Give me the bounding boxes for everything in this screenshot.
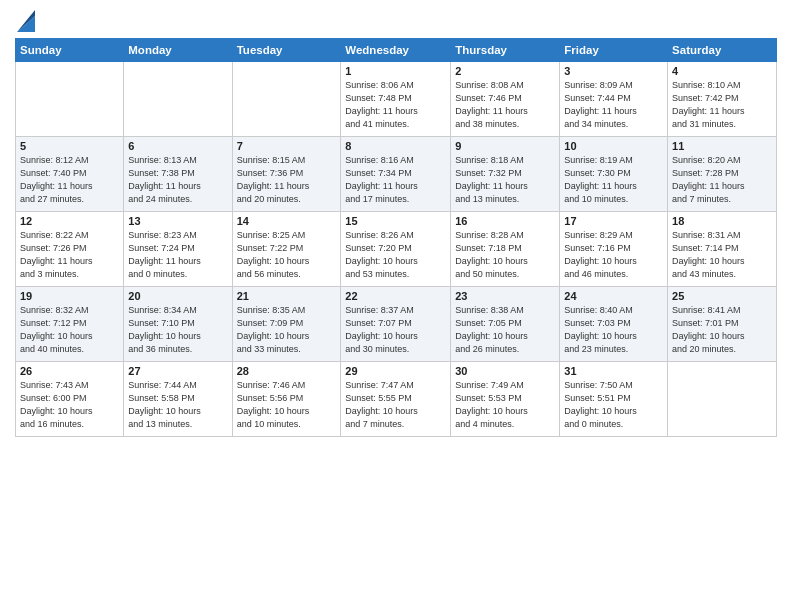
week-row-3: 12Sunrise: 8:22 AM Sunset: 7:26 PM Dayli…	[16, 212, 777, 287]
day-info: Sunrise: 8:28 AM Sunset: 7:18 PM Dayligh…	[455, 229, 555, 281]
calendar-cell	[16, 62, 124, 137]
day-info: Sunrise: 7:44 AM Sunset: 5:58 PM Dayligh…	[128, 379, 227, 431]
day-number: 11	[672, 140, 772, 152]
day-number: 3	[564, 65, 663, 77]
calendar-cell: 10Sunrise: 8:19 AM Sunset: 7:30 PM Dayli…	[560, 137, 668, 212]
weekday-thursday: Thursday	[451, 39, 560, 62]
calendar-cell: 11Sunrise: 8:20 AM Sunset: 7:28 PM Dayli…	[668, 137, 777, 212]
day-number: 8	[345, 140, 446, 152]
day-info: Sunrise: 7:47 AM Sunset: 5:55 PM Dayligh…	[345, 379, 446, 431]
day-number: 20	[128, 290, 227, 302]
day-number: 29	[345, 365, 446, 377]
calendar-cell: 21Sunrise: 8:35 AM Sunset: 7:09 PM Dayli…	[232, 287, 341, 362]
calendar-cell: 1Sunrise: 8:06 AM Sunset: 7:48 PM Daylig…	[341, 62, 451, 137]
day-number: 7	[237, 140, 337, 152]
day-number: 10	[564, 140, 663, 152]
calendar-cell: 12Sunrise: 8:22 AM Sunset: 7:26 PM Dayli…	[16, 212, 124, 287]
page: SundayMondayTuesdayWednesdayThursdayFrid…	[0, 0, 792, 612]
day-number: 26	[20, 365, 119, 377]
day-number: 19	[20, 290, 119, 302]
calendar-cell: 14Sunrise: 8:25 AM Sunset: 7:22 PM Dayli…	[232, 212, 341, 287]
calendar-cell	[232, 62, 341, 137]
calendar-cell	[668, 362, 777, 437]
day-number: 2	[455, 65, 555, 77]
calendar-cell: 23Sunrise: 8:38 AM Sunset: 7:05 PM Dayli…	[451, 287, 560, 362]
calendar-cell: 30Sunrise: 7:49 AM Sunset: 5:53 PM Dayli…	[451, 362, 560, 437]
logo	[15, 10, 35, 32]
calendar-cell: 7Sunrise: 8:15 AM Sunset: 7:36 PM Daylig…	[232, 137, 341, 212]
calendar-cell: 28Sunrise: 7:46 AM Sunset: 5:56 PM Dayli…	[232, 362, 341, 437]
day-number: 27	[128, 365, 227, 377]
day-info: Sunrise: 8:06 AM Sunset: 7:48 PM Dayligh…	[345, 79, 446, 131]
day-number: 24	[564, 290, 663, 302]
calendar-cell: 29Sunrise: 7:47 AM Sunset: 5:55 PM Dayli…	[341, 362, 451, 437]
day-info: Sunrise: 8:16 AM Sunset: 7:34 PM Dayligh…	[345, 154, 446, 206]
day-info: Sunrise: 8:29 AM Sunset: 7:16 PM Dayligh…	[564, 229, 663, 281]
calendar-cell: 22Sunrise: 8:37 AM Sunset: 7:07 PM Dayli…	[341, 287, 451, 362]
day-number: 18	[672, 215, 772, 227]
day-number: 17	[564, 215, 663, 227]
day-info: Sunrise: 8:40 AM Sunset: 7:03 PM Dayligh…	[564, 304, 663, 356]
weekday-sunday: Sunday	[16, 39, 124, 62]
day-info: Sunrise: 8:35 AM Sunset: 7:09 PM Dayligh…	[237, 304, 337, 356]
calendar-cell: 17Sunrise: 8:29 AM Sunset: 7:16 PM Dayli…	[560, 212, 668, 287]
day-info: Sunrise: 8:32 AM Sunset: 7:12 PM Dayligh…	[20, 304, 119, 356]
header	[15, 10, 777, 32]
day-info: Sunrise: 8:25 AM Sunset: 7:22 PM Dayligh…	[237, 229, 337, 281]
day-info: Sunrise: 7:49 AM Sunset: 5:53 PM Dayligh…	[455, 379, 555, 431]
day-number: 30	[455, 365, 555, 377]
day-info: Sunrise: 8:15 AM Sunset: 7:36 PM Dayligh…	[237, 154, 337, 206]
calendar-cell: 16Sunrise: 8:28 AM Sunset: 7:18 PM Dayli…	[451, 212, 560, 287]
day-info: Sunrise: 7:43 AM Sunset: 6:00 PM Dayligh…	[20, 379, 119, 431]
calendar-cell: 13Sunrise: 8:23 AM Sunset: 7:24 PM Dayli…	[124, 212, 232, 287]
calendar-cell: 3Sunrise: 8:09 AM Sunset: 7:44 PM Daylig…	[560, 62, 668, 137]
day-number: 9	[455, 140, 555, 152]
day-number: 6	[128, 140, 227, 152]
day-info: Sunrise: 8:10 AM Sunset: 7:42 PM Dayligh…	[672, 79, 772, 131]
calendar-cell: 25Sunrise: 8:41 AM Sunset: 7:01 PM Dayli…	[668, 287, 777, 362]
week-row-2: 5Sunrise: 8:12 AM Sunset: 7:40 PM Daylig…	[16, 137, 777, 212]
day-info: Sunrise: 8:18 AM Sunset: 7:32 PM Dayligh…	[455, 154, 555, 206]
day-number: 14	[237, 215, 337, 227]
calendar-cell: 15Sunrise: 8:26 AM Sunset: 7:20 PM Dayli…	[341, 212, 451, 287]
day-number: 25	[672, 290, 772, 302]
day-number: 31	[564, 365, 663, 377]
day-info: Sunrise: 8:22 AM Sunset: 7:26 PM Dayligh…	[20, 229, 119, 281]
day-info: Sunrise: 7:46 AM Sunset: 5:56 PM Dayligh…	[237, 379, 337, 431]
weekday-wednesday: Wednesday	[341, 39, 451, 62]
day-number: 1	[345, 65, 446, 77]
week-row-1: 1Sunrise: 8:06 AM Sunset: 7:48 PM Daylig…	[16, 62, 777, 137]
calendar-cell: 26Sunrise: 7:43 AM Sunset: 6:00 PM Dayli…	[16, 362, 124, 437]
weekday-tuesday: Tuesday	[232, 39, 341, 62]
day-info: Sunrise: 8:41 AM Sunset: 7:01 PM Dayligh…	[672, 304, 772, 356]
day-info: Sunrise: 8:38 AM Sunset: 7:05 PM Dayligh…	[455, 304, 555, 356]
week-row-5: 26Sunrise: 7:43 AM Sunset: 6:00 PM Dayli…	[16, 362, 777, 437]
calendar-cell: 6Sunrise: 8:13 AM Sunset: 7:38 PM Daylig…	[124, 137, 232, 212]
calendar-cell: 24Sunrise: 8:40 AM Sunset: 7:03 PM Dayli…	[560, 287, 668, 362]
weekday-header-row: SundayMondayTuesdayWednesdayThursdayFrid…	[16, 39, 777, 62]
calendar-cell: 18Sunrise: 8:31 AM Sunset: 7:14 PM Dayli…	[668, 212, 777, 287]
day-info: Sunrise: 8:34 AM Sunset: 7:10 PM Dayligh…	[128, 304, 227, 356]
day-info: Sunrise: 8:19 AM Sunset: 7:30 PM Dayligh…	[564, 154, 663, 206]
day-number: 22	[345, 290, 446, 302]
day-number: 15	[345, 215, 446, 227]
calendar-cell: 2Sunrise: 8:08 AM Sunset: 7:46 PM Daylig…	[451, 62, 560, 137]
calendar-cell: 4Sunrise: 8:10 AM Sunset: 7:42 PM Daylig…	[668, 62, 777, 137]
day-info: Sunrise: 7:50 AM Sunset: 5:51 PM Dayligh…	[564, 379, 663, 431]
weekday-saturday: Saturday	[668, 39, 777, 62]
weekday-monday: Monday	[124, 39, 232, 62]
calendar-cell: 31Sunrise: 7:50 AM Sunset: 5:51 PM Dayli…	[560, 362, 668, 437]
logo-icon	[17, 10, 35, 32]
day-number: 4	[672, 65, 772, 77]
calendar-cell: 27Sunrise: 7:44 AM Sunset: 5:58 PM Dayli…	[124, 362, 232, 437]
day-number: 5	[20, 140, 119, 152]
calendar-cell: 20Sunrise: 8:34 AM Sunset: 7:10 PM Dayli…	[124, 287, 232, 362]
day-info: Sunrise: 8:23 AM Sunset: 7:24 PM Dayligh…	[128, 229, 227, 281]
day-number: 13	[128, 215, 227, 227]
week-row-4: 19Sunrise: 8:32 AM Sunset: 7:12 PM Dayli…	[16, 287, 777, 362]
day-number: 28	[237, 365, 337, 377]
day-info: Sunrise: 8:09 AM Sunset: 7:44 PM Dayligh…	[564, 79, 663, 131]
day-info: Sunrise: 8:37 AM Sunset: 7:07 PM Dayligh…	[345, 304, 446, 356]
day-number: 21	[237, 290, 337, 302]
logo-block	[15, 10, 35, 32]
